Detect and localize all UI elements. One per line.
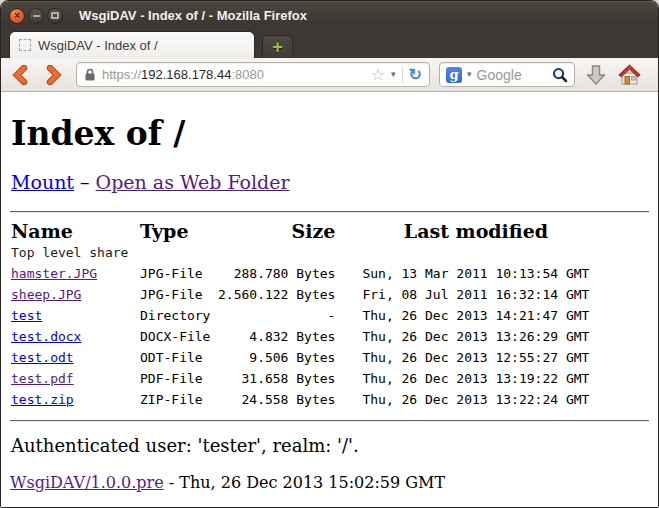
table-header-row: Name Type Size Last modified (11, 213, 589, 243)
file-modified: Thu, 26 Dec 2013 13:19:22 GMT (335, 368, 589, 389)
file-modified: Fri, 08 Jul 2011 16:32:14 GMT (335, 284, 589, 305)
file-size: 9.506 Bytes (218, 347, 335, 368)
minimize-button[interactable] (28, 8, 44, 24)
window-title: WsgiDAV - Index of / - Mozilla Firefox (79, 8, 307, 23)
file-type: ZIP-File (140, 389, 218, 410)
file-table: Name Type Size Last modified Top level s… (11, 213, 589, 410)
file-type: JPG-File (140, 284, 218, 305)
header-last-modified: Last modified (335, 213, 589, 243)
quick-links: Mount – Open as Web Folder (11, 171, 649, 193)
table-row: test Directory - Thu, 26 Dec 2013 14:21:… (11, 305, 589, 326)
home-button[interactable] (617, 63, 642, 86)
table-row: test.pdf PDF-File 31.658 Bytes Thu, 26 D… (11, 368, 589, 389)
favicon-placeholder-icon (19, 39, 31, 51)
url-text: https://192.168.178.44:8080 (102, 67, 365, 82)
page-footer: WsgiDAV/1.0.0.pre - Thu, 26 Dec 2013 15:… (10, 473, 649, 492)
search-box[interactable]: g ▾ (439, 62, 575, 87)
header-type: Type (140, 213, 218, 243)
search-magnifier-icon[interactable] (552, 67, 568, 83)
file-size: 4.832 Bytes (218, 326, 335, 347)
file-modified: Sun, 13 Mar 2011 10:13:54 GMT (335, 263, 589, 284)
search-engine-dropdown-icon[interactable]: ▾ (467, 70, 472, 79)
file-modified: Thu, 26 Dec 2013 14:21:47 GMT (335, 305, 589, 326)
file-type: PDF-File (140, 368, 218, 389)
bookmark-star-icon[interactable]: ☆ (371, 67, 385, 83)
links-separator: – (74, 171, 96, 193)
page-title: Index of / (11, 114, 649, 153)
file-type: JPG-File (140, 263, 218, 284)
home-icon (617, 63, 642, 86)
maximize-button[interactable] (47, 8, 63, 24)
table-row: test.zip ZIP-File 24.558 Bytes Thu, 26 D… (11, 389, 589, 410)
table-row: sheep.JPG JPG-File 2.560.122 Bytes Fri, … (11, 284, 589, 305)
file-size: 2.560.122 Bytes (218, 284, 335, 305)
close-button[interactable]: × (9, 8, 25, 24)
file-modified: Thu, 26 Dec 2013 13:22:24 GMT (335, 389, 589, 410)
file-modified: Thu, 26 Dec 2013 13:26:29 GMT (335, 326, 589, 347)
table-caption-row: Top level share (11, 243, 589, 263)
forward-button[interactable] (45, 64, 63, 86)
downloads-button[interactable] (584, 63, 608, 87)
share-caption: Top level share (11, 243, 589, 263)
file-type: DOCX-File (140, 326, 218, 347)
file-size: - (218, 305, 335, 326)
url-host: 192.168.178.44 (141, 67, 231, 82)
file-size: 24.558 Bytes (218, 389, 335, 410)
maximize-icon (51, 12, 59, 19)
tab-wsgidav[interactable]: WsgiDAV - Index of / (9, 31, 255, 58)
header-size: Size (218, 213, 335, 243)
file-size: 31.658 Bytes (218, 368, 335, 389)
back-icon (12, 65, 28, 85)
search-input[interactable] (477, 67, 547, 83)
file-size: 288.780 Bytes (218, 263, 335, 284)
file-modified: Thu, 26 Dec 2013 12:55:27 GMT (335, 347, 589, 368)
plus-icon: + (272, 38, 283, 56)
mount-link[interactable]: Mount (11, 171, 74, 193)
new-tab-button[interactable]: + (262, 35, 293, 58)
file-link[interactable]: test.docx (11, 329, 81, 344)
file-type: ODT-File (140, 347, 218, 368)
minimize-icon (33, 15, 40, 17)
forward-icon (46, 65, 62, 85)
auth-status: Authenticated user: 'tester', realm: '/'… (11, 435, 649, 456)
open-as-web-folder-link[interactable]: Open as Web Folder (96, 171, 290, 193)
tab-bar: WsgiDAV - Index of / + (1, 29, 658, 58)
tab-label: WsgiDAV - Index of / (38, 38, 158, 53)
wsgidav-version-link[interactable]: WsgiDAV/1.0.0.pre (10, 473, 164, 492)
firefox-window: × WsgiDAV - Index of / - Mozilla Firefox… (0, 0, 659, 508)
header-name: Name (11, 213, 140, 243)
file-type: Directory (140, 305, 218, 326)
close-icon: × (14, 10, 20, 21)
table-row: test.docx DOCX-File 4.832 Bytes Thu, 26 … (11, 326, 589, 347)
back-button[interactable] (11, 64, 29, 86)
lock-icon (84, 68, 96, 81)
file-link[interactable]: hamster.JPG (11, 266, 97, 281)
divider-bottom (10, 420, 649, 422)
download-arrow-icon (584, 63, 608, 87)
table-row: test.odt ODT-File 9.506 Bytes Thu, 26 De… (11, 347, 589, 368)
file-link[interactable]: test (11, 308, 42, 323)
file-link[interactable]: sheep.JPG (11, 287, 81, 302)
navigation-toolbar: https://192.168.178.44:8080 ☆ ▾ ↻ g ▾ (1, 58, 658, 92)
footer-timestamp: - Thu, 26 Dec 2013 15:02:59 GMT (164, 473, 445, 492)
urlbar-separator (402, 67, 403, 83)
page-content: Index of / Mount – Open as Web Folder Na… (1, 92, 658, 507)
url-scheme: https:// (102, 67, 141, 82)
titlebar[interactable]: × WsgiDAV - Index of / - Mozilla Firefox (1, 1, 658, 29)
reload-button[interactable]: ↻ (409, 67, 422, 83)
file-link[interactable]: test.pdf (11, 371, 74, 386)
google-engine-icon[interactable]: g (446, 67, 462, 83)
table-row: hamster.JPG JPG-File 288.780 Bytes Sun, … (11, 263, 589, 284)
url-port: :8080 (231, 67, 264, 82)
url-bar[interactable]: https://192.168.178.44:8080 ☆ ▾ ↻ (76, 62, 430, 87)
urlbar-dropdown-icon[interactable]: ▾ (391, 70, 396, 79)
file-link[interactable]: test.zip (11, 392, 74, 407)
file-link[interactable]: test.odt (11, 350, 74, 365)
